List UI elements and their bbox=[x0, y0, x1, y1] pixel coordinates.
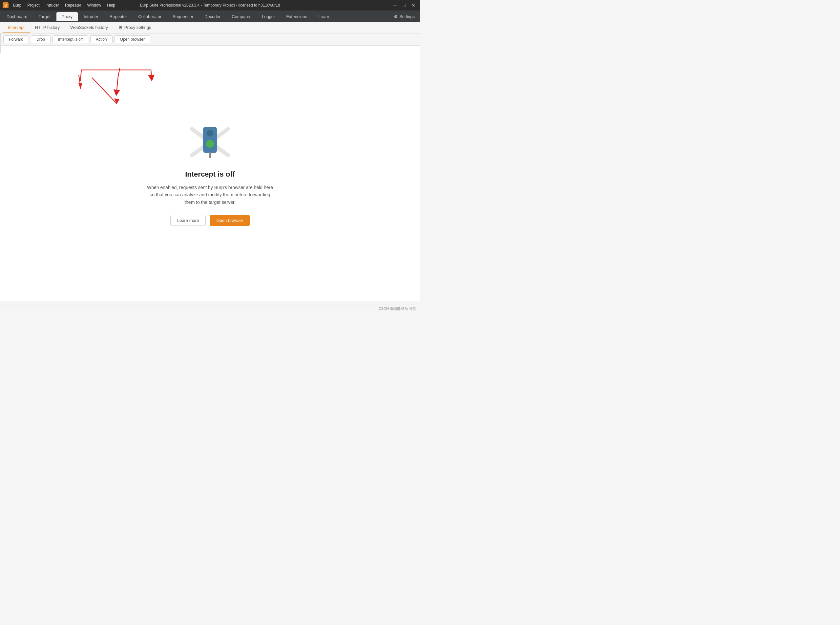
maximize-button[interactable]: □ bbox=[400, 2, 408, 9]
burp-logo: B bbox=[3, 2, 9, 8]
learn-more-button[interactable]: Learn more bbox=[170, 215, 206, 226]
app-title: Burp Suite Professional v2023.3.4 - Temp… bbox=[140, 3, 280, 8]
action-button[interactable]: Action bbox=[90, 36, 112, 44]
main-tab-dashboard[interactable]: Dashboard bbox=[1, 12, 33, 21]
arrow-proxy-settings bbox=[78, 75, 82, 89]
main-tab-decoder[interactable]: Decoder bbox=[199, 12, 226, 21]
svg-rect-14 bbox=[209, 152, 211, 158]
sub-tab-http-history[interactable]: HTTP history bbox=[30, 23, 65, 33]
svg-point-13 bbox=[206, 140, 214, 148]
sub-tab-bar: InterceptHTTP historyWebSockets history⚙… bbox=[0, 22, 420, 33]
intercept-icon bbox=[189, 121, 231, 163]
main-tab-extensions[interactable]: Extensions bbox=[281, 12, 312, 21]
main-menu-bar: DashboardTargetProxyIntruderRepeaterColl… bbox=[0, 11, 420, 22]
title-menu-item-intruder[interactable]: Intruder bbox=[43, 2, 62, 8]
open-browser-toolbar-button[interactable]: Open browser bbox=[115, 36, 150, 44]
sub-tab-label: Intercept bbox=[8, 25, 25, 30]
svg-line-2 bbox=[92, 78, 117, 104]
title-menu-item-repeater[interactable]: Repeater bbox=[62, 2, 84, 8]
sub-tab-websockets-history[interactable]: WebSockets history bbox=[65, 23, 113, 33]
drop-button[interactable]: Drop bbox=[31, 36, 51, 44]
settings-label: Settings bbox=[399, 14, 415, 19]
center-buttons: Learn more Open browser bbox=[147, 215, 273, 226]
status-text: CSDN 编辑部成员 与你 bbox=[379, 306, 416, 311]
title-menu-item-burp[interactable]: Burp bbox=[11, 2, 24, 8]
svg-marker-3 bbox=[114, 98, 120, 104]
title-bar: B BurpProjectIntruderRepeaterWindowHelp … bbox=[0, 0, 420, 11]
proxy-settings-gear-icon: ⚙ bbox=[118, 25, 123, 30]
main-tab-proxy[interactable]: Proxy bbox=[56, 12, 78, 21]
title-menu-item-project[interactable]: Project bbox=[25, 2, 42, 8]
svg-point-12 bbox=[207, 130, 213, 137]
main-tab-collaborator[interactable]: Collaborator bbox=[133, 12, 167, 21]
sub-tab-intercept[interactable]: Intercept bbox=[3, 23, 30, 33]
content-area: Intercept is off When enabled, requests … bbox=[0, 46, 420, 301]
main-tab-comparer[interactable]: Comparer bbox=[227, 12, 256, 21]
main-tab-intruder[interactable]: Intruder bbox=[78, 12, 104, 21]
toolbar: Forward Drop Intercept is off Action Ope… bbox=[0, 33, 420, 46]
sub-tab-label: Proxy settings bbox=[124, 25, 151, 30]
forward-button[interactable]: Forward bbox=[3, 36, 29, 44]
svg-text:B: B bbox=[4, 4, 6, 7]
intercept-off-title: Intercept is off bbox=[147, 170, 273, 179]
main-tab-target[interactable]: Target bbox=[33, 12, 56, 21]
svg-line-4 bbox=[79, 75, 81, 86]
status-bar: CSDN 编辑部成员 与你 bbox=[0, 305, 420, 312]
main-tab-logger[interactable]: Logger bbox=[256, 12, 280, 21]
center-text-block: Intercept is off When enabled, requests … bbox=[147, 170, 273, 226]
sub-tab-proxy-settings[interactable]: ⚙ Proxy settings bbox=[113, 23, 157, 33]
main-tab-sequencer[interactable]: Sequencer bbox=[167, 12, 199, 21]
main-tab-learn[interactable]: Learn bbox=[313, 12, 334, 21]
minimize-button[interactable]: — bbox=[391, 2, 399, 9]
title-bar-menu: BurpProjectIntruderRepeaterWindowHelp bbox=[11, 2, 118, 8]
settings-gear-icon: ⚙ bbox=[394, 14, 398, 19]
settings-tab[interactable]: ⚙ Settings bbox=[390, 12, 419, 21]
svg-marker-6 bbox=[78, 83, 82, 89]
title-menu-item-window[interactable]: Window bbox=[84, 2, 104, 8]
main-tab-repeater[interactable]: Repeater bbox=[104, 12, 132, 21]
open-browser-center-button[interactable]: Open browser bbox=[210, 215, 250, 226]
left-edge-panel bbox=[0, 33, 1, 53]
sub-tab-label: WebSockets history bbox=[70, 25, 108, 30]
sub-tab-label: HTTP history bbox=[35, 25, 60, 30]
intercept-toggle-button[interactable]: Intercept is off bbox=[53, 36, 88, 44]
close-button[interactable]: ✕ bbox=[410, 2, 418, 9]
title-bar-left: B BurpProjectIntruderRepeaterWindowHelp bbox=[3, 2, 118, 8]
title-menu-item-help[interactable]: Help bbox=[104, 2, 118, 8]
window-controls: — □ ✕ bbox=[391, 2, 418, 9]
arrow-intercept bbox=[92, 78, 120, 104]
intercept-description: When enabled, requests sent by Burp's br… bbox=[147, 184, 273, 206]
